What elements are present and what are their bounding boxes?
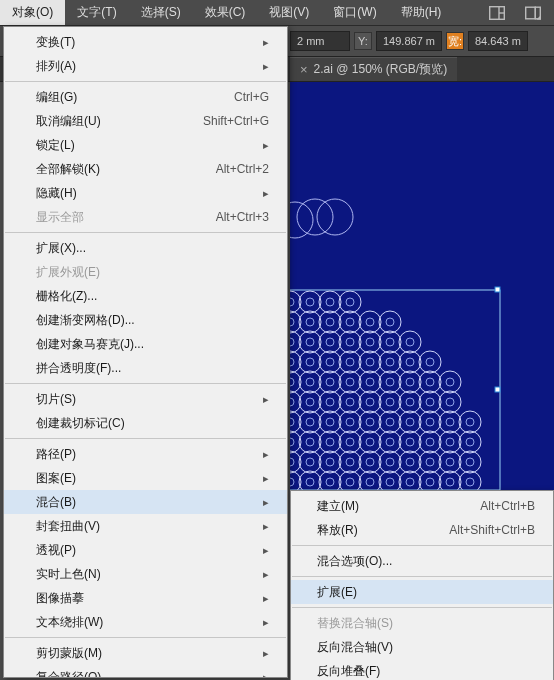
menu-item[interactable]: 栅格化(Z)... xyxy=(4,284,287,308)
svg-point-77 xyxy=(426,378,434,386)
menu-item[interactable]: 建立(M)Alt+Ctrl+B xyxy=(291,494,553,518)
svg-point-148 xyxy=(379,451,401,473)
svg-point-89 xyxy=(366,398,374,406)
menu-item[interactable]: 全部解锁(K)Alt+Ctrl+2 xyxy=(4,157,287,181)
menu-item[interactable]: 实时上色(N) xyxy=(4,562,287,586)
svg-point-24 xyxy=(319,311,341,333)
svg-point-137 xyxy=(466,438,474,446)
menu-item[interactable]: 扩展(X)... xyxy=(4,236,287,260)
menu-item[interactable]: 剪切蒙版(M) xyxy=(4,641,287,665)
svg-point-40 xyxy=(359,331,381,353)
menu-item[interactable]: 排列(A) xyxy=(4,54,287,78)
svg-point-117 xyxy=(466,418,474,426)
menu-item[interactable]: 反向混合轴(V) xyxy=(291,635,553,659)
svg-point-144 xyxy=(339,451,361,473)
menu-item[interactable]: 封套扭曲(V) xyxy=(4,514,287,538)
svg-point-65 xyxy=(306,378,314,386)
layout-icon[interactable] xyxy=(486,4,508,22)
svg-point-18 xyxy=(339,291,361,313)
svg-point-39 xyxy=(346,338,354,346)
menu-window[interactable]: 窗口(W) xyxy=(321,0,388,25)
svg-point-112 xyxy=(419,411,441,433)
svg-point-139 xyxy=(290,458,294,466)
menu-item[interactable]: 复合路径(O) xyxy=(4,665,287,678)
svg-point-107 xyxy=(366,418,374,426)
svg-point-70 xyxy=(359,371,381,393)
svg-point-101 xyxy=(306,418,314,426)
x-value-fragment[interactable]: 2 mm xyxy=(290,31,350,51)
menu-item[interactable]: 取消编组(U)Shift+Ctrl+G xyxy=(4,109,287,133)
menu-item[interactable]: 切片(S) xyxy=(4,387,287,411)
svg-point-74 xyxy=(399,371,421,393)
w-value[interactable]: 84.643 m xyxy=(468,31,528,51)
menu-item[interactable]: 变换(T) xyxy=(4,30,287,54)
svg-point-36 xyxy=(319,331,341,353)
menu-item[interactable]: 反向堆叠(F) xyxy=(291,659,553,680)
svg-rect-10 xyxy=(495,287,500,292)
svg-point-111 xyxy=(406,418,414,426)
menu-item[interactable]: 图像描摹 xyxy=(4,586,287,610)
svg-point-90 xyxy=(379,391,401,413)
svg-point-110 xyxy=(399,411,421,433)
object-menu: 变换(T)排列(A)编组(G)Ctrl+G取消编组(U)Shift+Ctrl+G… xyxy=(3,26,288,678)
svg-point-124 xyxy=(339,431,361,453)
svg-point-88 xyxy=(359,391,381,413)
svg-point-92 xyxy=(399,391,421,413)
menu-type[interactable]: 文字(T) xyxy=(65,0,128,25)
menu-effect[interactable]: 效果(C) xyxy=(193,0,258,25)
svg-point-134 xyxy=(439,431,461,453)
svg-point-27 xyxy=(346,318,354,326)
menu-item[interactable]: 创建渐变网格(D)... xyxy=(4,308,287,332)
menu-select[interactable]: 选择(S) xyxy=(129,0,193,25)
svg-point-113 xyxy=(426,418,434,426)
svg-point-16 xyxy=(319,291,341,313)
svg-point-58 xyxy=(399,351,421,373)
menu-item[interactable]: 锁定(L) xyxy=(4,133,287,157)
svg-point-131 xyxy=(406,438,414,446)
menu-item[interactable]: 释放(R)Alt+Shift+Ctrl+B xyxy=(291,518,553,542)
y-value[interactable]: 149.867 m xyxy=(376,31,442,51)
svg-point-132 xyxy=(419,431,441,453)
menu-item[interactable]: 透视(P) xyxy=(4,538,287,562)
svg-point-151 xyxy=(406,458,414,466)
menu-item[interactable]: 拼合透明度(F)... xyxy=(4,356,287,380)
menu-item[interactable]: 隐藏(H) xyxy=(4,181,287,205)
menu-item[interactable]: 混合选项(O)... xyxy=(291,549,553,573)
svg-point-54 xyxy=(359,351,381,373)
menu-view[interactable]: 视图(V) xyxy=(257,0,321,25)
svg-point-175 xyxy=(446,478,454,486)
svg-point-149 xyxy=(386,458,394,466)
menu-item[interactable]: 文本绕排(W) xyxy=(4,610,287,634)
svg-point-114 xyxy=(439,411,461,433)
svg-point-150 xyxy=(399,451,421,473)
y-label: Y: xyxy=(354,32,372,50)
menu-item[interactable]: 创建裁切标记(C) xyxy=(4,411,287,435)
svg-point-29 xyxy=(366,318,374,326)
svg-point-75 xyxy=(406,378,414,386)
svg-point-126 xyxy=(359,431,381,453)
menu-item[interactable]: 混合(B) xyxy=(4,490,287,514)
menu-item[interactable]: 图案(E) xyxy=(4,466,287,490)
menu-item[interactable]: 扩展(E) xyxy=(291,580,553,604)
svg-point-76 xyxy=(419,371,441,393)
svg-point-94 xyxy=(419,391,441,413)
svg-point-35 xyxy=(306,338,314,346)
menu-help[interactable]: 帮助(H) xyxy=(389,0,454,25)
menu-object[interactable]: 对象(O) xyxy=(0,0,65,25)
menu-item[interactable]: 编组(G)Ctrl+G xyxy=(4,85,287,109)
svg-point-53 xyxy=(346,358,354,366)
svg-point-66 xyxy=(319,371,341,393)
svg-point-33 xyxy=(290,338,294,346)
svg-point-96 xyxy=(439,391,461,413)
svg-point-171 xyxy=(406,478,414,486)
svg-point-42 xyxy=(379,331,401,353)
svg-rect-9 xyxy=(290,290,500,490)
tab-close-x[interactable]: × xyxy=(300,62,308,77)
svg-point-6 xyxy=(290,202,313,238)
svg-point-142 xyxy=(319,451,341,473)
tab-document[interactable]: × 2.ai @ 150% (RGB/预览) xyxy=(290,57,457,81)
screen-icon[interactable] xyxy=(522,4,544,22)
menu-item[interactable]: 创建对象马赛克(J)... xyxy=(4,332,287,356)
menu-item[interactable]: 路径(P) xyxy=(4,442,287,466)
svg-point-135 xyxy=(446,438,454,446)
